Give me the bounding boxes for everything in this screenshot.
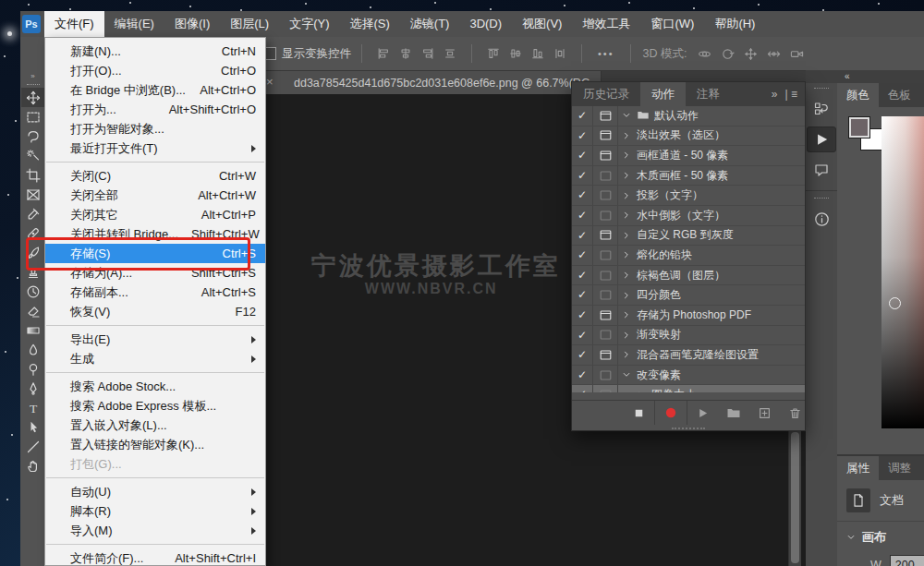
new-folder-button[interactable] <box>718 401 749 425</box>
expand-arrow-right-icon[interactable] <box>618 331 635 340</box>
action-row[interactable]: ✓混合器画笔克隆绘图设置 <box>572 345 805 366</box>
action-toggle-check[interactable]: ✓ <box>572 246 593 265</box>
expand-arrow-right-icon[interactable] <box>618 191 635 200</box>
panel-menu-icon[interactable]: | ≡ <box>785 82 797 106</box>
rectangular-marquee-tool[interactable] <box>21 107 45 126</box>
delete-button[interactable] <box>780 401 810 425</box>
align-bottom-edges-icon[interactable] <box>531 47 544 60</box>
expand-arrow-right-icon[interactable] <box>618 231 635 240</box>
menubar-item[interactable]: 图像(I) <box>164 11 220 37</box>
magic-wand-tool[interactable] <box>21 146 45 165</box>
frame-tool[interactable] <box>21 185 45 204</box>
action-toggle-check[interactable]: ✓ <box>572 106 593 126</box>
toolbar-grip[interactable] <box>27 84 40 85</box>
lasso-tool[interactable] <box>21 126 45 146</box>
blur-tool[interactable] <box>21 340 45 359</box>
dialog-toggle-icon[interactable] <box>593 345 618 365</box>
action-row[interactable]: ✓水中倒影（文字） <box>572 206 805 226</box>
menubar-item[interactable]: 编辑(E) <box>104 11 164 37</box>
action-row[interactable]: ✓木质画框 - 50 像素 <box>572 166 805 187</box>
pan-3d-camera-icon[interactable] <box>744 47 758 61</box>
expand-arrow-right-icon[interactable] <box>633 391 650 392</box>
play-button[interactable] <box>687 401 718 425</box>
orbit-3d-camera-icon[interactable] <box>698 47 711 61</box>
expand-arrow-right-icon[interactable] <box>618 250 635 259</box>
canvas-section-header[interactable]: 画布 <box>837 522 924 546</box>
file-menu-item[interactable]: 关闭(C)Ctrl+W <box>45 166 265 186</box>
notes-panel-button[interactable] <box>808 158 835 182</box>
foreground-color-swatch[interactable] <box>848 116 870 138</box>
expand-arrow-right-icon[interactable] <box>618 310 635 319</box>
expand-arrow-right-icon[interactable] <box>618 291 635 300</box>
dialog-toggle-icon[interactable] <box>593 166 618 186</box>
action-toggle-check[interactable]: ✓ <box>572 186 593 205</box>
more-options-icon[interactable]: ••• <box>598 48 614 59</box>
scrollbar-thumb[interactable] <box>791 432 799 563</box>
align-left-edges-icon[interactable] <box>377 47 390 60</box>
collapse-panels-icon[interactable]: « <box>845 71 850 81</box>
align-horizontal-centers-icon[interactable] <box>399 47 412 60</box>
info-panel-button[interactable] <box>808 207 835 231</box>
action-toggle-check[interactable]: ✓ <box>572 366 593 385</box>
dialog-toggle-icon[interactable] <box>593 186 618 205</box>
file-menu-item[interactable]: 关闭其它Alt+Ctrl+P <box>45 205 265 224</box>
history-panel-button[interactable] <box>808 97 835 121</box>
toolbar-flyout-icon[interactable]: » <box>30 72 35 80</box>
dialog-toggle-icon[interactable] <box>593 246 618 265</box>
action-row[interactable]: ✓棕褐色调（图层） <box>572 266 805 286</box>
menubar-item[interactable]: 窗口(W) <box>640 11 704 37</box>
dialog-toggle-icon[interactable] <box>593 385 618 392</box>
file-menu-item[interactable]: 打开为智能对象... <box>45 119 265 138</box>
expand-arrow-right-icon[interactable] <box>618 171 635 180</box>
menubar-item[interactable]: 增效工具 <box>572 11 640 37</box>
dialog-toggle-icon[interactable] <box>593 306 618 325</box>
new-action-button[interactable] <box>749 401 780 425</box>
actions-panel-tab[interactable]: 动作 <box>640 82 686 106</box>
file-menu-item[interactable]: 导出(E) <box>45 330 265 349</box>
dialog-toggle-icon[interactable] <box>593 126 618 146</box>
dialog-toggle-icon[interactable] <box>593 366 618 385</box>
hand-tool[interactable] <box>21 456 45 476</box>
action-row[interactable]: ✓淡出效果（选区） <box>572 126 805 147</box>
actions-panel-tab[interactable]: 注释 <box>686 82 731 106</box>
action-toggle-check[interactable]: ✓ <box>572 206 593 225</box>
action-toggle-check[interactable]: ✓ <box>572 306 593 325</box>
action-toggle-check[interactable]: ✓ <box>572 385 593 392</box>
roll-3d-camera-icon[interactable] <box>721 47 735 61</box>
actions-panel-button[interactable] <box>807 126 836 152</box>
actions-panel-tab[interactable]: 历史记录 <box>572 82 640 106</box>
action-toggle-check[interactable]: ✓ <box>572 126 593 146</box>
canvas-width-input[interactable] <box>890 555 924 566</box>
expand-arrow-right-icon[interactable] <box>618 131 635 140</box>
action-row[interactable]: ✓投影（文字） <box>572 186 805 206</box>
dodge-tool[interactable] <box>21 359 45 379</box>
expand-arrow-right-icon[interactable] <box>618 211 635 220</box>
expand-arrow-right-icon[interactable] <box>618 151 635 160</box>
tab-close-icon[interactable]: × <box>266 75 274 89</box>
file-menu-item[interactable]: 打包(G)... <box>45 454 265 474</box>
file-menu-item[interactable]: 新建(N)...Ctrl+N <box>45 42 265 61</box>
color-panel-tab[interactable]: 色板 <box>879 83 920 107</box>
color-saturation-field[interactable] <box>881 116 924 428</box>
file-menu-item[interactable]: 置入嵌入对象(L)... <box>45 415 265 435</box>
action-row[interactable]: ✓自定义 RGB 到灰度 <box>572 226 805 247</box>
dialog-toggle-icon[interactable] <box>593 285 618 305</box>
action-toggle-check[interactable]: ✓ <box>572 285 593 305</box>
align-right-edges-icon[interactable] <box>421 47 434 60</box>
expand-arrow-right-icon[interactable] <box>618 271 635 280</box>
color-panel-tab[interactable]: 颜色 <box>837 83 879 107</box>
action-toggle-check[interactable]: ✓ <box>572 266 593 285</box>
menubar-item[interactable]: 文字(Y) <box>279 11 339 37</box>
action-row[interactable]: ✓熔化的铅块 <box>572 246 805 266</box>
dialog-toggle-icon[interactable] <box>593 146 618 165</box>
file-menu-item[interactable]: 自动(U) <box>45 482 265 501</box>
align-top-edges-icon[interactable] <box>487 47 500 60</box>
action-toggle-check[interactable]: ✓ <box>572 345 593 365</box>
file-menu-item[interactable]: 脚本(R) <box>45 501 265 521</box>
dialog-toggle-icon[interactable] <box>593 106 618 126</box>
action-row[interactable]: ✓改变像素 <box>572 366 805 386</box>
document-tab-title[interactable]: dd3a785425d41d675bc2d031e608ef6e.png @ 6… <box>294 77 590 90</box>
file-menu-item[interactable]: 打开(O)...Ctrl+O <box>45 61 265 80</box>
menubar-item[interactable]: 视图(V) <box>512 11 572 37</box>
file-menu-item[interactable]: 文件简介(F)...Alt+Shift+Ctrl+I <box>45 548 265 566</box>
